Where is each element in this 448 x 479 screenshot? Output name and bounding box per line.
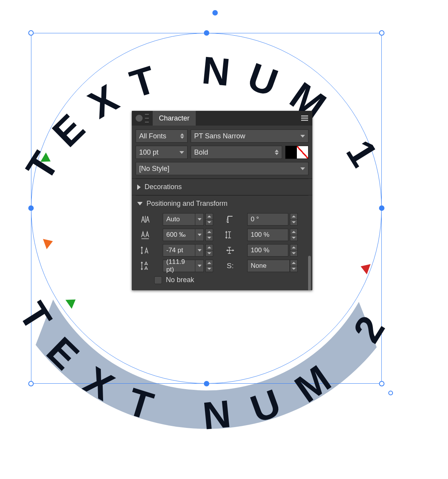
kerning-field[interactable]: Auto [163,213,213,226]
font-size-select[interactable]: 100 pt [136,146,188,159]
tabbar [196,111,297,126]
tracking-dropdown[interactable] [195,229,204,241]
stepper-up[interactable] [290,213,298,219]
kerning-icon [139,215,153,224]
hscale-field[interactable]: 100 % [247,244,298,257]
section-decorations-label: Decorations [145,183,182,191]
stepper-down[interactable] [290,250,298,257]
leading-stepper[interactable] [205,260,213,272]
tracking-icon [139,230,153,239]
no-break-checkbox[interactable] [154,276,162,284]
stepper-up[interactable] [290,260,298,266]
stepper-down[interactable] [290,235,298,241]
text-overflow-marker-icon[interactable] [43,236,55,249]
tab-character[interactable]: Character [153,111,196,126]
handle-ne[interactable] [379,30,384,36]
font-family-value: PT Sans Narrow [194,132,245,140]
stepper-up[interactable] [205,213,213,219]
chevron-down-icon [300,135,305,138]
text-start-marker-icon[interactable] [40,152,53,166]
character-panel[interactable]: Character All Fonts PT Sans Narrow [132,111,312,290]
shear-icon [223,215,237,224]
font-category-select[interactable]: All Fonts [136,129,188,143]
no-break-label: No break [166,276,194,284]
kerning-value: Auto [166,215,180,223]
svg-rect-1 [301,118,308,119]
panel-scrollbar[interactable] [308,256,311,290]
stepper-up[interactable] [290,244,298,250]
stepper-down[interactable] [205,235,213,241]
caps-style-label: S: [223,262,237,270]
shear-field[interactable]: 0 ° [247,213,298,226]
stepper-up[interactable] [205,260,213,266]
stepper-down[interactable] [205,250,213,257]
caps-style-select[interactable]: None [247,260,298,272]
panel-menu-button[interactable] [297,111,312,126]
hamburger-icon [301,115,308,121]
handle-sw[interactable] [28,381,34,386]
stepper-down[interactable] [290,266,298,272]
shear-value: 0 ° [251,215,259,223]
baseline-shift-dropdown[interactable] [195,244,204,257]
disclosure-right-icon [137,184,141,190]
vscale-field[interactable]: 100 % [247,229,298,241]
svg-rect-2 [301,120,308,121]
caps-style-value: None [251,262,267,270]
shear-stepper[interactable] [290,213,298,226]
fill-swatch[interactable] [286,146,297,159]
stepper-up[interactable] [205,244,213,250]
chevron-down-icon [179,151,184,154]
kerning-dropdown[interactable] [195,213,204,226]
baseline-shift-stepper[interactable] [205,244,213,257]
handle-n[interactable] [204,30,209,36]
leading-dropdown[interactable] [195,260,204,272]
font-weight-select[interactable]: Bold [191,146,282,159]
baseline-shift-icon [139,246,153,255]
caps-style-arrows[interactable] [290,260,298,272]
rotation-handle[interactable] [388,391,393,395]
hscale-icon [223,246,237,255]
hscale-stepper[interactable] [290,244,298,257]
panel-grip-icon[interactable] [145,114,149,122]
stepper-down[interactable] [205,219,213,226]
sort-arrows-icon [275,150,279,155]
panel-titlebar[interactable]: Character [132,111,312,126]
section-positioning[interactable]: Positioning and Transform [136,195,308,212]
node-top[interactable] [212,10,218,16]
text-start-marker-2-icon[interactable] [65,295,79,309]
vscale-stepper[interactable] [290,229,298,241]
kerning-stepper[interactable] [205,213,213,226]
handle-e[interactable] [379,205,384,211]
character-style-select[interactable]: [No Style] [136,162,308,175]
stroke-swatch[interactable] [297,146,308,159]
chevron-down-icon [300,167,305,170]
svg-rect-0 [301,115,308,117]
leading-value: (111.9 pt) [166,258,192,274]
font-category-value: All Fonts [139,132,166,140]
handle-w[interactable] [28,205,34,211]
stepper-up[interactable] [205,229,213,235]
stepper-up[interactable] [290,229,298,235]
tracking-stepper[interactable] [205,229,213,241]
design-canvas[interactable]: TEXT NUM 1 TEXT NUM 2 Character [0,0,448,479]
handle-nw[interactable] [28,30,34,36]
baseline-shift-field[interactable]: -74 pt [163,244,213,257]
hscale-value: 100 % [251,246,269,254]
leading-field[interactable]: (111.9 pt) [163,260,213,272]
tracking-field[interactable]: 600 ‰ [163,229,213,241]
stepper-down[interactable] [290,219,298,226]
font-weight-value: Bold [194,148,208,157]
close-icon[interactable] [136,115,143,122]
baseline-shift-value: -74 pt [166,246,183,254]
vscale-value: 100 % [251,231,269,239]
stepper-down[interactable] [205,266,213,272]
text-end-marker-icon[interactable] [359,261,370,274]
font-family-select[interactable]: PT Sans Narrow [191,129,308,143]
handle-s[interactable] [204,381,209,386]
section-decorations[interactable]: Decorations [136,179,308,195]
font-size-value: 100 pt [139,148,159,157]
handle-se[interactable] [379,381,384,386]
curved-text-bottom[interactable]: TEXT NUM 2 [11,295,401,438]
text-color-swatches[interactable] [285,146,308,159]
sort-arrows-icon [180,133,184,139]
